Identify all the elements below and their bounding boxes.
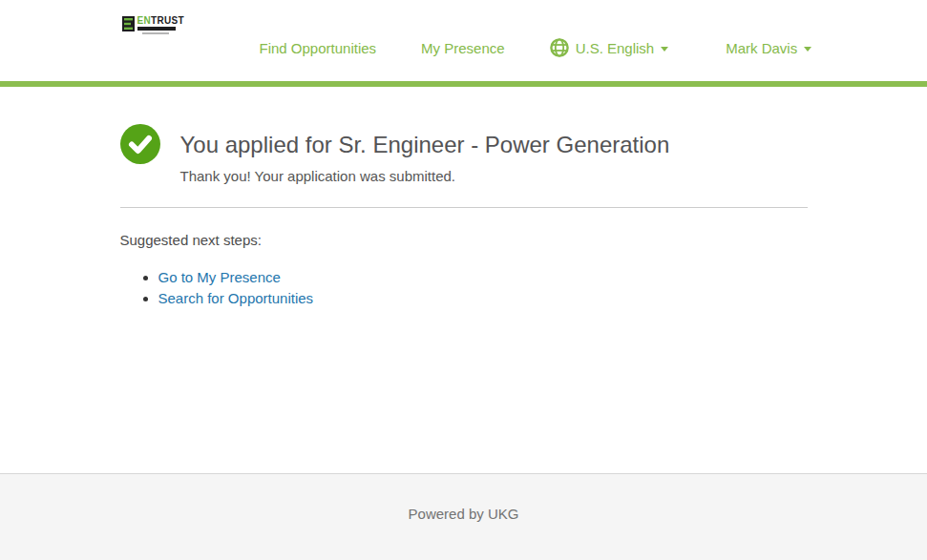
- site-footer: Powered by UKG: [0, 473, 927, 560]
- user-menu[interactable]: Mark Davis: [726, 40, 811, 56]
- language-selector[interactable]: U.S. English: [550, 38, 669, 57]
- logo-subtagline-bar: [142, 32, 169, 34]
- logo-text-primary: EN: [137, 15, 152, 26]
- confirmation-text: You applied for Sr. Engineer - Power Gen…: [180, 124, 670, 184]
- main-content: You applied for Sr. Engineer - Power Gen…: [0, 87, 927, 473]
- chevron-down-icon: [804, 47, 811, 52]
- list-item: Go to My Presence: [158, 267, 808, 288]
- nav-my-presence[interactable]: My Presence: [421, 40, 505, 56]
- section-divider: [120, 207, 808, 208]
- list-item: Search for Opportunities: [158, 288, 808, 309]
- confirmation-banner: You applied for Sr. Engineer - Power Gen…: [120, 87, 808, 184]
- link-search-for-opportunities[interactable]: Search for Opportunities: [158, 290, 314, 306]
- logo-text-secondary: TRUST: [151, 15, 184, 26]
- language-label: U.S. English: [576, 40, 655, 56]
- logo-e-icon: [122, 16, 135, 35]
- site-header: ENTRUST Find Opportunities My Presence U…: [0, 0, 927, 81]
- logo-text: ENTRUST: [137, 16, 184, 34]
- link-go-to-my-presence[interactable]: Go to My Presence: [158, 269, 281, 285]
- next-steps-label: Suggested next steps:: [120, 232, 808, 248]
- confirmation-subtitle: Thank you! Your application was submitte…: [180, 168, 670, 184]
- page-title: You applied for Sr. Engineer - Power Gen…: [180, 132, 670, 159]
- logo-tagline-bar: [137, 27, 176, 31]
- globe-icon: [550, 38, 569, 57]
- user-name: Mark Davis: [726, 40, 797, 56]
- chevron-down-icon: [661, 47, 668, 52]
- success-check-icon: [120, 124, 160, 164]
- company-logo[interactable]: ENTRUST: [122, 16, 184, 35]
- next-steps-list: Go to My Presence Search for Opportuniti…: [120, 267, 808, 309]
- main-nav: Find Opportunities My Presence U.S. Engl…: [260, 38, 812, 57]
- powered-by-text: Powered by UKG: [409, 506, 519, 522]
- nav-find-opportunities[interactable]: Find Opportunities: [260, 40, 377, 56]
